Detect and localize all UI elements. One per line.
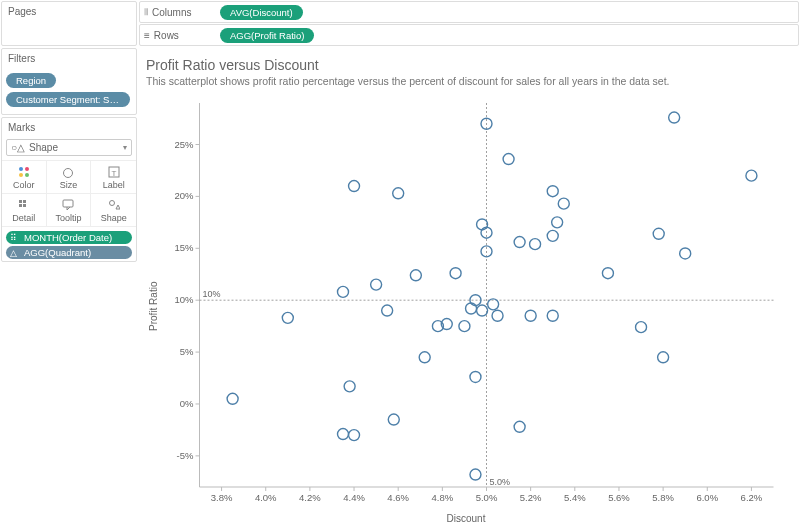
color-icon — [4, 165, 44, 179]
columns-pill[interactable]: AVG(Discount) — [220, 5, 303, 20]
detail-icon — [4, 198, 44, 212]
svg-point-99 — [653, 228, 664, 239]
svg-point-68 — [388, 414, 399, 425]
mark-type-label: Shape — [29, 142, 58, 153]
marks-title: Marks — [2, 118, 136, 137]
svg-point-2 — [19, 173, 23, 177]
svg-point-66 — [371, 279, 382, 290]
rows-shelf[interactable]: ≡Rows AGG(Profit Ratio) — [139, 24, 799, 46]
svg-text:6.0%: 6.0% — [696, 492, 718, 503]
svg-point-76 — [466, 303, 477, 314]
svg-point-75 — [459, 321, 470, 332]
size-icon — [49, 165, 89, 179]
svg-text:T: T — [111, 169, 116, 178]
svg-point-92 — [547, 230, 558, 241]
svg-point-91 — [530, 239, 541, 250]
svg-text:25%: 25% — [174, 139, 194, 150]
svg-text:4.6%: 4.6% — [387, 492, 409, 503]
svg-text:5%: 5% — [180, 346, 194, 357]
svg-point-101 — [669, 112, 680, 123]
svg-point-89 — [514, 421, 525, 432]
svg-point-71 — [419, 352, 430, 363]
svg-point-65 — [349, 181, 360, 192]
svg-point-3 — [25, 173, 29, 177]
svg-point-87 — [503, 154, 514, 165]
pages-title: Pages — [2, 2, 136, 21]
svg-text:5.4%: 5.4% — [564, 492, 586, 503]
filters-shelf: Filters Region Customer Segment: Small B… — [1, 48, 137, 115]
detail-button[interactable]: Detail — [2, 194, 47, 227]
svg-point-63 — [344, 381, 355, 392]
shape-icon-small: △ — [10, 248, 20, 258]
svg-point-86 — [492, 310, 503, 321]
svg-text:5.2%: 5.2% — [520, 492, 542, 503]
svg-point-100 — [658, 352, 669, 363]
svg-rect-7 — [19, 200, 22, 203]
shape-icon: ○△ — [11, 142, 25, 153]
detail-icon-small: ⠿ — [10, 233, 20, 243]
svg-text:15%: 15% — [174, 242, 194, 253]
svg-point-88 — [514, 237, 525, 248]
svg-point-70 — [410, 270, 421, 281]
svg-point-78 — [470, 371, 481, 382]
mark-type-selector[interactable]: ○△ Shape ▾ — [6, 139, 132, 156]
svg-point-97 — [602, 268, 613, 279]
filters-title: Filters — [2, 49, 136, 68]
svg-rect-8 — [23, 200, 26, 203]
svg-point-67 — [382, 305, 393, 316]
columns-shelf[interactable]: ⦀Columns AVG(Discount) — [139, 1, 799, 23]
svg-text:5.0%: 5.0% — [476, 492, 498, 503]
filter-pill-region[interactable]: Region — [6, 73, 56, 88]
svg-point-102 — [680, 248, 691, 259]
sidebar: Pages Filters Region Customer Segment: S… — [0, 0, 138, 529]
svg-point-60 — [282, 312, 293, 323]
label-button[interactable]: TLabel — [91, 161, 136, 194]
rows-icon: ≡ — [144, 30, 150, 41]
svg-rect-11 — [63, 200, 73, 207]
filter-pill-segment[interactable]: Customer Segment: Small Busin... — [6, 92, 130, 107]
svg-point-59 — [227, 393, 238, 404]
label-icon: T — [93, 165, 134, 179]
svg-point-4 — [64, 169, 73, 178]
svg-text:4.4%: 4.4% — [343, 492, 365, 503]
shape-icon-cell — [93, 198, 134, 212]
rows-label: Rows — [154, 30, 179, 41]
mark-pill-quadrant[interactable]: △AGG(Quadrant) — [6, 246, 132, 259]
svg-point-62 — [338, 429, 349, 440]
svg-point-94 — [547, 310, 558, 321]
svg-text:4.2%: 4.2% — [299, 492, 321, 503]
svg-text:4.8%: 4.8% — [432, 492, 454, 503]
svg-point-90 — [525, 310, 536, 321]
svg-point-12 — [109, 201, 114, 206]
chart-area: Profit Ratio versus Discount This scatte… — [138, 47, 800, 529]
svg-text:5.6%: 5.6% — [608, 492, 630, 503]
tooltip-button[interactable]: Tooltip — [47, 194, 92, 227]
color-button[interactable]: Color — [2, 161, 47, 194]
svg-rect-9 — [19, 204, 22, 207]
tooltip-icon — [49, 198, 89, 212]
svg-point-0 — [19, 167, 23, 171]
svg-rect-10 — [23, 204, 26, 207]
svg-text:10%: 10% — [203, 289, 221, 299]
svg-point-98 — [636, 322, 647, 333]
mark-pill-orderdate[interactable]: ⠿MONTH(Order Date) — [6, 231, 132, 244]
chevron-down-icon: ▾ — [123, 143, 127, 152]
svg-point-80 — [477, 305, 488, 316]
chart-title: Profit Ratio versus Discount — [146, 57, 786, 73]
size-button[interactable]: Size — [47, 161, 92, 194]
svg-text:4.0%: 4.0% — [255, 492, 277, 503]
rows-pill[interactable]: AGG(Profit Ratio) — [220, 28, 314, 43]
svg-text:10%: 10% — [174, 294, 194, 305]
svg-point-79 — [470, 469, 481, 480]
svg-point-96 — [558, 198, 569, 209]
svg-point-103 — [746, 170, 757, 181]
chart-subtitle: This scatterplot shows profit ratio perc… — [146, 75, 786, 87]
svg-text:3.8%: 3.8% — [211, 492, 233, 503]
svg-point-95 — [552, 217, 563, 228]
svg-text:5.8%: 5.8% — [652, 492, 674, 503]
columns-label: Columns — [152, 7, 191, 18]
svg-point-69 — [393, 188, 404, 199]
shape-button[interactable]: Shape — [91, 194, 136, 227]
scatter-plot[interactable]: -5%0%5%10%15%20%25%3.8%4.0%4.2%4.4%4.6%4… — [161, 95, 786, 517]
svg-point-93 — [547, 186, 558, 197]
